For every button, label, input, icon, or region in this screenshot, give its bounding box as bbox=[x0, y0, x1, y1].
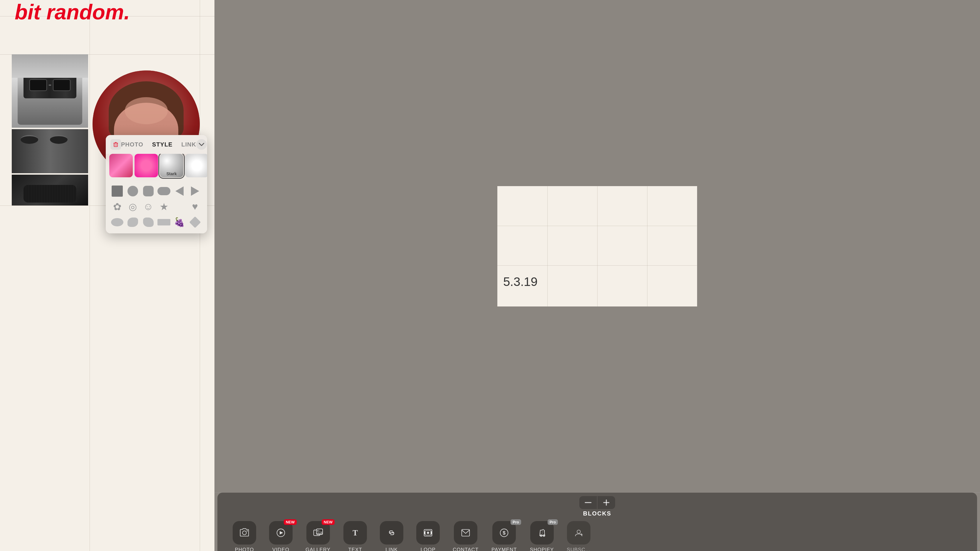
shape-circle-item[interactable] bbox=[126, 184, 139, 198]
video-icon bbox=[275, 527, 286, 538]
grid-line bbox=[200, 0, 200, 551]
svg-rect-0 bbox=[114, 143, 118, 147]
text-icon-bg: T bbox=[344, 521, 367, 545]
shape-target-item[interactable]: ◎ bbox=[126, 200, 139, 213]
shape-blob2-item[interactable] bbox=[142, 216, 155, 229]
badge-pro: Pro bbox=[547, 519, 558, 525]
blocks-items: PHOTO NEW VIDEO NEW bbox=[217, 518, 977, 551]
minus-button[interactable] bbox=[579, 496, 597, 509]
shape-target: ◎ bbox=[129, 201, 137, 212]
shape-arrow-left-item[interactable] bbox=[173, 184, 186, 198]
block-payment[interactable]: Pro $ PAYMENT bbox=[485, 521, 523, 551]
delete-button[interactable] bbox=[110, 139, 121, 150]
swatch-pink-blur[interactable] bbox=[135, 154, 158, 177]
block-text[interactable]: T TEXT bbox=[337, 521, 373, 551]
shape-oval-item[interactable] bbox=[110, 216, 124, 229]
svg-point-15 bbox=[317, 530, 318, 531]
swatch-pink-flower[interactable] bbox=[109, 154, 133, 177]
shape-star-item[interactable]: ★ bbox=[157, 200, 170, 213]
plus-button[interactable] bbox=[598, 496, 615, 509]
shape-arrow-left bbox=[175, 186, 184, 196]
gallery-icon bbox=[313, 527, 324, 538]
photo-bg bbox=[12, 54, 88, 128]
badge-new: NEW bbox=[284, 519, 297, 525]
canvas-area: 5.3.19 bbox=[215, 0, 980, 492]
block-shopify[interactable]: Pro SHOPIFY bbox=[523, 521, 560, 551]
shape-pill-item[interactable] bbox=[157, 184, 170, 198]
shape-circle bbox=[127, 186, 138, 196]
shape-heart-item[interactable]: ♥ bbox=[188, 200, 202, 213]
block-subscribe[interactable]: SUBSC... bbox=[560, 521, 597, 551]
shape-rounded bbox=[143, 186, 154, 196]
shape-star: ★ bbox=[159, 201, 168, 213]
block-shopify-label: SHOPIFY bbox=[530, 547, 554, 551]
contact-icon bbox=[460, 527, 471, 538]
date-label: 5.3.19 bbox=[503, 275, 538, 289]
shape-rounded-item[interactable] bbox=[142, 184, 155, 198]
block-link[interactable]: LINK bbox=[373, 521, 410, 551]
photo-bg bbox=[12, 129, 88, 173]
block-contact[interactable]: CONTACT bbox=[446, 521, 485, 551]
shape-grapes-item[interactable]: 🍇 bbox=[173, 216, 186, 229]
shape-grapes: 🍇 bbox=[174, 217, 185, 227]
link-icon-bg bbox=[380, 521, 403, 545]
shape-blob1-item[interactable] bbox=[126, 216, 139, 229]
photo-icon bbox=[239, 527, 250, 538]
shape-small-circle-item[interactable] bbox=[204, 216, 207, 229]
style-swatches: Stark bbox=[106, 154, 207, 181]
shape-smiley-item[interactable]: ☺ bbox=[142, 200, 155, 213]
shape-empty3 bbox=[204, 200, 207, 213]
shape-empty2 bbox=[173, 200, 186, 213]
shape-pill bbox=[158, 187, 170, 195]
block-gallery[interactable]: NEW GALLERY bbox=[299, 521, 337, 551]
photo-sunglasses[interactable] bbox=[12, 54, 88, 128]
tab-link[interactable]: LINK bbox=[181, 140, 196, 149]
block-loop[interactable]: LOOP bbox=[410, 521, 446, 551]
top-controls-inner bbox=[579, 496, 615, 509]
text-icon: T bbox=[350, 527, 361, 538]
shape-diamond-item[interactable] bbox=[188, 216, 202, 229]
block-video[interactable]: NEW VIDEO bbox=[262, 521, 299, 551]
tab-style[interactable]: STYLE bbox=[152, 140, 172, 149]
svg-marker-11 bbox=[280, 531, 283, 534]
block-photo-label: PHOTO bbox=[235, 547, 254, 551]
swatch-label: Stark bbox=[160, 171, 183, 176]
block-gallery-label: GALLERY bbox=[305, 547, 331, 551]
bottom-bar: BLOCKS PHOTO NEW bbox=[215, 492, 980, 551]
shape-arrow-right-item[interactable] bbox=[188, 184, 202, 198]
shape-oval bbox=[111, 218, 123, 226]
loop-icon-bg bbox=[416, 521, 440, 545]
shape-arrow-right bbox=[191, 186, 199, 196]
swatch-white-flower[interactable] bbox=[185, 154, 207, 177]
chevron-down-button[interactable] bbox=[196, 139, 207, 150]
photo-eyes[interactable] bbox=[12, 129, 88, 173]
shape-flower: ✿ bbox=[113, 201, 121, 213]
shape-blob2 bbox=[143, 218, 154, 227]
watch-band bbox=[24, 185, 76, 203]
shape-square-item[interactable] bbox=[110, 184, 124, 198]
page-title: bit random. bbox=[15, 0, 130, 22]
shape-heart: ♥ bbox=[192, 201, 198, 212]
shape-blob1 bbox=[127, 218, 138, 227]
photo-bg bbox=[12, 175, 88, 205]
svg-point-30 bbox=[577, 530, 580, 534]
style-panel-tabs: PHOTO STYLE LINK bbox=[106, 135, 207, 154]
badge-pro: Pro bbox=[511, 519, 521, 525]
svg-rect-21 bbox=[424, 531, 425, 534]
subscribe-icon-bg bbox=[567, 521, 590, 545]
trash-icon bbox=[113, 141, 118, 148]
tab-photo[interactable]: PHOTO bbox=[121, 140, 143, 149]
photo-watch[interactable] bbox=[12, 175, 88, 205]
swatch-stark[interactable]: Stark bbox=[160, 154, 183, 177]
block-contact-label: CONTACT bbox=[453, 547, 479, 551]
canvas-preview[interactable]: 5.3.19 bbox=[497, 186, 697, 306]
shape-square bbox=[111, 186, 123, 197]
block-photo[interactable]: PHOTO bbox=[226, 521, 262, 551]
shape-diamond bbox=[189, 216, 201, 228]
shape-flower-item[interactable]: ✿ bbox=[110, 200, 124, 213]
svg-point-8 bbox=[242, 531, 246, 535]
link-icon bbox=[386, 527, 397, 538]
shapes-grid: ✿ ◎ ☺ ★ ♥ 🍇 bbox=[106, 181, 207, 233]
shape-rect-item[interactable] bbox=[157, 216, 170, 229]
block-text-label: TEXT bbox=[348, 547, 362, 551]
